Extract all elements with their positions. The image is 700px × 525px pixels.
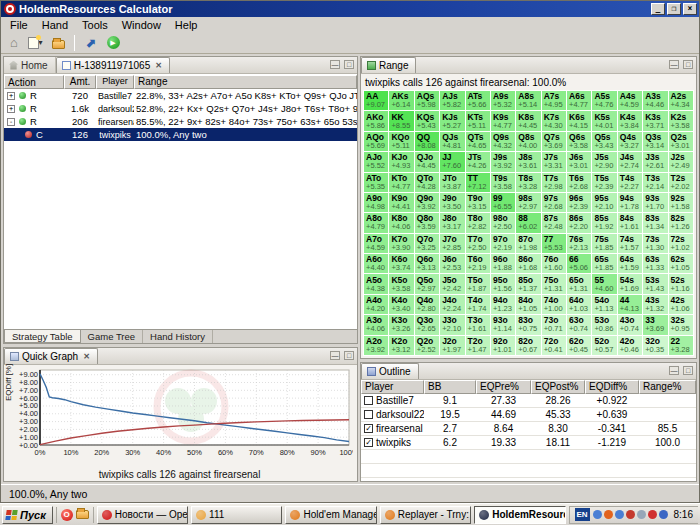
range-cell-53s[interactable]: 53s+1.43	[643, 274, 667, 293]
range-cell-K4o[interactable]: K4o+3.40	[389, 295, 413, 314]
range-cell-73o[interactable]: 73o+0.71	[542, 315, 566, 334]
range-cell-T9o[interactable]: T9o+3.15	[466, 193, 490, 212]
tab-hand-history[interactable]: Hand History	[143, 330, 213, 343]
range-cell-AKs[interactable]: AKs+6.14	[389, 91, 413, 110]
tab-strategy-table[interactable]: Strategy Table	[4, 330, 81, 343]
expander-icon[interactable]: -	[7, 118, 15, 126]
range-cell-K5o[interactable]: K5o+3.58	[389, 274, 413, 293]
expander-icon[interactable]: +	[7, 105, 15, 113]
range-cell-63s[interactable]: 63s+1.33	[643, 254, 667, 273]
range-cell-K3o[interactable]: K3o+3.26	[389, 315, 413, 334]
range-cell-AA[interactable]: AA+9.07	[364, 91, 388, 110]
range-cell-A9s[interactable]: A9s+5.32	[491, 91, 515, 110]
range-cell-T7o[interactable]: T7o+2.50	[466, 234, 490, 253]
range-cell-97s[interactable]: 97s+2.68	[542, 193, 566, 212]
range-cell-KQs[interactable]: KQs+5.43	[415, 111, 439, 130]
player-checkbox[interactable]: ✓	[364, 438, 373, 447]
range-cell-74o[interactable]: 74o+1.00	[542, 295, 566, 314]
range-cell-A9o[interactable]: A9o+4.98	[364, 193, 388, 212]
taskbar-button[interactable]: Replayer - Trny: BB80 A...	[380, 506, 471, 524]
range-cell-A5o[interactable]: A5o+4.38	[364, 274, 388, 293]
range-cell-32s[interactable]: 32s+0.95	[669, 315, 693, 334]
range-cell-Q4s[interactable]: Q4s+3.27	[618, 132, 642, 151]
range-cell-ATs[interactable]: ATs+5.66	[466, 91, 490, 110]
range-cell-T8s[interactable]: T8s+3.28	[516, 173, 540, 192]
column-header-eqpost[interactable]: EQPost%	[531, 380, 585, 394]
range-cell-A7o[interactable]: A7o+4.59	[364, 234, 388, 253]
range-cell-A2o[interactable]: A2o+3.92	[364, 336, 388, 355]
range-cell-J5o[interactable]: J5o+2.42	[440, 274, 464, 293]
range-cell-Q5s[interactable]: Q5s+3.43	[592, 132, 616, 151]
range-cell-74s[interactable]: 74s+1.57	[618, 234, 642, 253]
range-cell-97o[interactable]: 97o+2.19	[491, 234, 515, 253]
range-cell-Q2s[interactable]: Q2s+3.01	[669, 132, 693, 151]
panel-minimize-icon[interactable]: —	[669, 366, 679, 375]
column-header-eqpre[interactable]: EQPre%	[476, 380, 531, 394]
range-cell-Q2o[interactable]: Q2o+2.52	[415, 336, 439, 355]
range-cell-T8o[interactable]: T8o+2.82	[466, 213, 490, 232]
range-cell-QJs[interactable]: QJs+4.81	[440, 132, 464, 151]
range-cell-A4o[interactable]: A4o+4.20	[364, 295, 388, 314]
range-cell-J4o[interactable]: J4o+2.24	[440, 295, 464, 314]
range-cell-85o[interactable]: 85o+1.37	[516, 274, 540, 293]
tray-icon[interactable]	[637, 510, 646, 519]
range-cell-83s[interactable]: 83s+1.34	[643, 213, 667, 232]
menu-item-window[interactable]: Window	[115, 18, 168, 32]
range-cell-99[interactable]: 99+6.55	[491, 193, 515, 212]
range-cell-75s[interactable]: 75s+1.85	[592, 234, 616, 253]
column-header-bb[interactable]: BB	[424, 380, 476, 394]
range-cell-J8o[interactable]: J8o+3.17	[440, 213, 464, 232]
player-checkbox[interactable]	[364, 410, 373, 419]
range-cell-K6s[interactable]: K6s+4.15	[567, 111, 591, 130]
menu-item-help[interactable]: Help	[168, 18, 205, 32]
range-cell-J4s[interactable]: J4s+2.74	[618, 152, 642, 171]
range-cell-76s[interactable]: 76s+2.13	[567, 234, 591, 253]
range-cell-T6o[interactable]: T6o+2.19	[466, 254, 490, 273]
range-cell-85s[interactable]: 85s+1.92	[592, 213, 616, 232]
range-cell-64s[interactable]: 64s+1.59	[618, 254, 642, 273]
range-cell-64o[interactable]: 64o+1.03	[567, 295, 591, 314]
eqdiff-chart[interactable]: +0.00+1.00+2.00+3.00+4.00+5.00+6.00+7.00…	[6, 367, 353, 467]
range-cell-Q6o[interactable]: Q6o+3.13	[415, 254, 439, 273]
tray-icon[interactable]	[615, 510, 624, 519]
range-cell-94s[interactable]: 94s+1.78	[618, 193, 642, 212]
range-cell-KJs[interactable]: KJs+5.27	[440, 111, 464, 130]
start-button[interactable]: Пуск	[2, 506, 53, 524]
range-cell-72s[interactable]: 72s+1.02	[669, 234, 693, 253]
column-header-eqdiff[interactable]: EQDiff%	[585, 380, 639, 394]
range-cell-53o[interactable]: 53o+0.86	[592, 315, 616, 334]
range-cell-T4o[interactable]: T4o+1.74	[466, 295, 490, 314]
tab-game-tree[interactable]: Game Tree	[81, 330, 144, 343]
taskbar-button[interactable]: HoldemResources Cal...	[474, 506, 565, 524]
new-hand-icon[interactable]: ▼	[27, 34, 45, 51]
tab-range[interactable]: Range	[361, 57, 416, 73]
range-cell-95s[interactable]: 95s+2.10	[592, 193, 616, 212]
range-cell-K2s[interactable]: K2s+3.58	[669, 111, 693, 130]
range-cell-A3s[interactable]: A3s+4.46	[643, 91, 667, 110]
range-cell-KTo[interactable]: KTo+4.77	[389, 173, 413, 192]
folder-icon[interactable]	[76, 510, 89, 519]
range-cell-A3o[interactable]: A3o+4.06	[364, 315, 388, 334]
tray-icon[interactable]	[648, 510, 657, 519]
range-cell-K8s[interactable]: K8s+4.45	[516, 111, 540, 130]
range-cell-86o[interactable]: 86o+1.68	[516, 254, 540, 273]
range-cell-A4s[interactable]: A4s+4.59	[618, 91, 642, 110]
outline-row[interactable]: ✓twixpiks6.219.3318.11-1.219100.0	[361, 436, 696, 450]
range-cell-Q8s[interactable]: Q8s+4.00	[516, 132, 540, 151]
range-cell-Q8o[interactable]: Q8o+3.59	[415, 213, 439, 232]
range-cell-AQs[interactable]: AQs+5.98	[415, 91, 439, 110]
range-cell-88[interactable]: 88+6.02	[516, 213, 540, 232]
range-cell-J7s[interactable]: J7s+3.31	[542, 152, 566, 171]
range-cell-J9o[interactable]: J9o+3.50	[440, 193, 464, 212]
range-cell-43s[interactable]: 43s+1.32	[643, 295, 667, 314]
outline-row[interactable]: Bastille79.127.3328.26+0.922	[361, 394, 696, 408]
range-cell-Q9o[interactable]: Q9o+3.92	[415, 193, 439, 212]
panel-maximize-icon[interactable]: □	[683, 60, 693, 69]
range-cell-55[interactable]: 55+4.60	[592, 274, 616, 293]
tab-hand[interactable]: H-138911971065 ✕	[56, 57, 170, 73]
range-cell-65o[interactable]: 65o+1.31	[567, 274, 591, 293]
range-cell-75o[interactable]: 75o+1.31	[542, 274, 566, 293]
range-cell-AQo[interactable]: AQo+5.69	[364, 132, 388, 151]
range-cell-83o[interactable]: 83o+0.75	[516, 315, 540, 334]
range-cell-65s[interactable]: 65s+1.85	[592, 254, 616, 273]
